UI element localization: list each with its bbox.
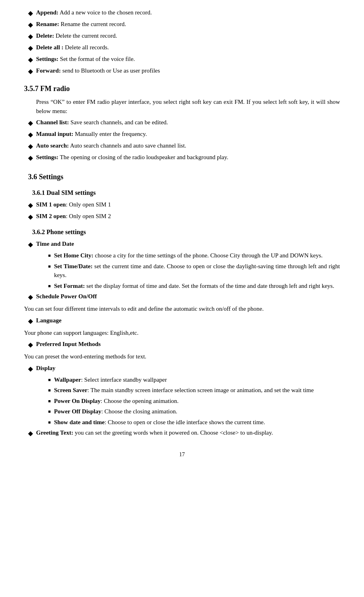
square-icon: ■: [48, 263, 51, 270]
list-item: ◆ Delete all : Delete all records.: [28, 43, 340, 53]
phone-settings-section: 3.6.2 Phone settings ◆ Time and Date ■ S…: [24, 227, 340, 438]
label: Set Home City:: [54, 252, 93, 259]
text: Rename the current record.: [59, 21, 126, 27]
text: : Choose the closing animation.: [101, 408, 178, 415]
square-icon: ■: [48, 419, 51, 426]
text: Save search channels, and can be edited.: [69, 119, 168, 125]
label: Manual input:: [36, 131, 73, 137]
label: Delete all :: [36, 44, 63, 51]
label: Append:: [36, 9, 59, 16]
text: set the current time and date. Choose to…: [54, 263, 340, 279]
top-bullet-list: ◆ Append: Add a new voice to the chosen …: [24, 8, 340, 76]
square-icon: ■: [48, 376, 51, 383]
text: Auto search channels and auto save chann…: [69, 142, 186, 149]
text: : Only open SIM 2: [66, 213, 111, 219]
square-icon: ■: [48, 283, 51, 289]
fm-radio-paragraph: Press “OK” to enter FM radio player inte…: [36, 97, 340, 115]
diamond-icon: ◆: [28, 429, 33, 438]
diamond-icon: ◆: [28, 142, 33, 151]
text: : Select interface standby wallpaper: [81, 376, 167, 383]
list-item: ◆ Delete: Delete the current record.: [28, 31, 340, 41]
list-item: ◆ Settings: The opening or closing of th…: [28, 153, 340, 163]
text: : The main standby screen interface sele…: [87, 387, 314, 393]
label: SIM 2 open: [36, 213, 66, 219]
display-item: ◆ Display: [28, 364, 340, 374]
diamond-icon: ◆: [28, 364, 33, 374]
language-item: ◆ Language: [28, 316, 340, 326]
settings-heading: 3.6 Settings: [28, 172, 340, 182]
label: Schedule Power On/Off: [36, 293, 97, 300]
label: Display: [36, 365, 55, 371]
text: Manually enter the frequency.: [73, 131, 147, 137]
square-icon: ■: [48, 408, 51, 415]
list-item: ◆ SIM 2 open: Only open SIM 2: [28, 212, 340, 222]
list-item: ◆ Channel list: Save search channels, an…: [28, 118, 340, 128]
sub-list-item: ■ Screen Saver: The main standby screen …: [48, 386, 340, 395]
sub-list-item: ■ Wallpaper: Select interface standby wa…: [48, 375, 340, 385]
square-icon: ■: [48, 398, 51, 405]
label: Time and Date: [36, 241, 74, 247]
diamond-icon: ◆: [28, 8, 33, 18]
time-date-item: ◆ Time and Date: [28, 239, 340, 249]
list-item: ◆ Forward: send to Bluetooth or Use as u…: [28, 66, 340, 76]
diamond-icon: ◆: [28, 153, 33, 163]
list-item: ◆ Rename: Rename the current record.: [28, 20, 340, 30]
list-item: ◆ SIM 1 open: Only open SIM 1: [28, 200, 340, 210]
label: Rename:: [36, 21, 59, 27]
diamond-icon: ◆: [28, 340, 33, 350]
diamond-icon: ◆: [28, 118, 33, 128]
square-icon: ■: [48, 252, 51, 259]
label: Settings:: [36, 154, 59, 160]
list-item: ◆ Auto search: Auto search channels and …: [28, 141, 340, 151]
text: choose a city for the time settings of t…: [93, 252, 323, 259]
fm-radio-heading: 3.5.7 FM radio: [24, 83, 340, 94]
text: : Choose to open or close the idle inter…: [105, 419, 265, 425]
list-item: ◆ Settings: Set the format of the voice …: [28, 55, 340, 65]
text: set the display format of time and date.…: [85, 283, 334, 289]
text: : Only open SIM 1: [66, 201, 111, 208]
dual-sim-heading: 3.6.1 Dual SIM settings: [32, 188, 340, 198]
label: Auto search:: [36, 142, 69, 149]
label: Language: [36, 317, 61, 324]
sub-list-item: ■ Set Format: set the display format of …: [48, 281, 340, 291]
diamond-icon: ◆: [28, 20, 33, 30]
label: Set Time/Date:: [54, 263, 93, 269]
text: send to Bluetooth or Use as user profile…: [61, 67, 160, 74]
sub-list-item: ■ Show date and time: Choose to open or …: [48, 418, 340, 427]
sub-list-item: ■ Set Time/Date: set the current time an…: [48, 262, 340, 280]
square-icon: ■: [48, 387, 51, 394]
text: Delete the current record.: [54, 32, 117, 39]
label: Delete:: [36, 32, 54, 39]
diamond-icon: ◆: [28, 212, 33, 222]
sub-list-item: ■ Power Off Display: Choose the closing …: [48, 407, 340, 416]
diamond-icon: ◆: [28, 130, 33, 140]
label: Show date and time: [54, 419, 105, 425]
schedule-power-paragraph: You can set four different time interval…: [24, 304, 340, 314]
greeting-text-item: ◆ Greeting Text: you can set the greetin…: [28, 428, 340, 438]
diamond-icon: ◆: [28, 55, 33, 65]
settings-section: 3.6 Settings 3.6.1 Dual SIM settings ◆ S…: [24, 172, 340, 438]
page-number: 17: [24, 450, 340, 459]
fm-radio-section: 3.5.7 FM radio Press “OK” to enter FM ra…: [24, 83, 340, 163]
label: Set Format:: [54, 283, 85, 289]
dual-sim-section: 3.6.1 Dual SIM settings ◆ SIM 1 open: On…: [24, 188, 340, 222]
text: Delete all records.: [63, 44, 109, 51]
text: : Choose the opening animation.: [101, 398, 179, 404]
label: Channel list:: [36, 119, 69, 125]
list-item: ◆ Append: Add a new voice to the chosen …: [28, 8, 340, 18]
text: you can set the greeting words when it p…: [73, 429, 273, 436]
language-paragraph: Your phone can support languages: Englis…: [24, 328, 340, 338]
schedule-power-item: ◆ Schedule Power On/Off: [28, 292, 340, 302]
list-item: ◆ Manual input: Manually enter the frequ…: [28, 130, 340, 140]
phone-settings-heading: 3.6.2 Phone settings: [32, 227, 340, 237]
diamond-icon: ◆: [28, 292, 33, 302]
text: Set the format of the voice file.: [59, 56, 135, 62]
label: SIM 1 open: [36, 201, 66, 208]
sub-list-item: ■ Set Home City: choose a city for the t…: [48, 251, 340, 260]
label: Screen Saver: [54, 387, 87, 393]
diamond-icon: ◆: [28, 316, 33, 326]
label: Greeting Text:: [36, 429, 73, 436]
sub-list-item: ■ Power On Display: Choose the opening a…: [48, 397, 340, 406]
diamond-icon: ◆: [28, 240, 33, 249]
diamond-icon: ◆: [28, 32, 33, 41]
